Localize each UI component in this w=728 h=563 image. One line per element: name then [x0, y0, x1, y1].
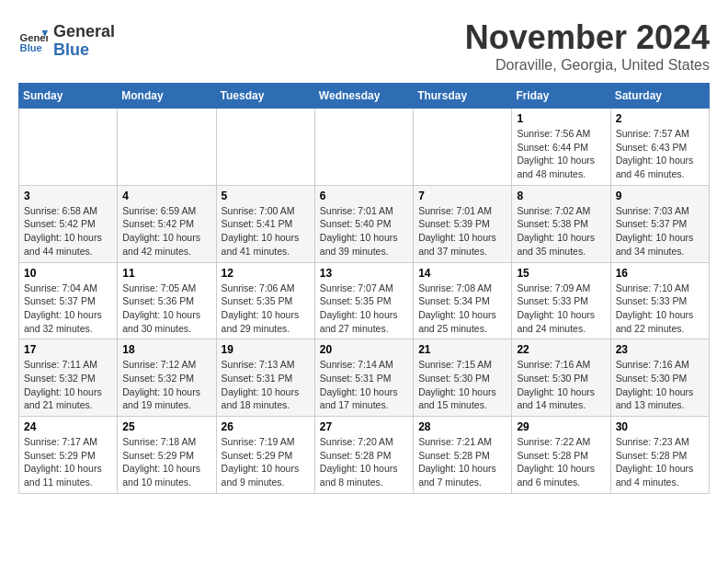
calendar-cell: 7Sunrise: 7:01 AM Sunset: 5:39 PM Daylig…	[414, 185, 512, 262]
calendar-cell: 12Sunrise: 7:06 AM Sunset: 5:35 PM Dayli…	[216, 262, 314, 339]
calendar-cell: 21Sunrise: 7:15 AM Sunset: 5:30 PM Dayli…	[414, 339, 512, 417]
day-number: 5	[222, 190, 310, 202]
weekday-header-friday: Friday	[512, 84, 610, 109]
calendar-cell: 3Sunrise: 6:58 AM Sunset: 5:42 PM Daylig…	[19, 185, 118, 262]
day-info: Sunrise: 7:12 AM Sunset: 5:32 PM Dayligh…	[122, 358, 210, 412]
day-number: 11	[122, 267, 210, 280]
day-number: 20	[320, 343, 408, 356]
day-info: Sunrise: 7:08 AM Sunset: 5:34 PM Dayligh…	[418, 282, 506, 336]
calendar-week-4: 17Sunrise: 7:11 AM Sunset: 5:32 PM Dayli…	[19, 339, 710, 417]
logo-text: General Blue	[53, 23, 115, 60]
day-info: Sunrise: 7:06 AM Sunset: 5:35 PM Dayligh…	[222, 282, 310, 336]
day-number: 8	[517, 190, 605, 202]
day-number: 30	[616, 420, 704, 433]
day-info: Sunrise: 7:01 AM Sunset: 5:39 PM Dayligh…	[418, 204, 506, 259]
day-number: 24	[24, 420, 112, 433]
day-number: 29	[517, 420, 605, 433]
calendar-cell: 19Sunrise: 7:13 AM Sunset: 5:31 PM Dayli…	[216, 339, 314, 417]
day-info: Sunrise: 7:00 AM Sunset: 5:41 PM Dayligh…	[222, 204, 310, 259]
calendar-cell: 5Sunrise: 7:00 AM Sunset: 5:41 PM Daylig…	[216, 185, 314, 262]
day-info: Sunrise: 7:13 AM Sunset: 5:31 PM Dayligh…	[222, 358, 310, 412]
day-number: 3	[24, 190, 112, 202]
day-number: 10	[24, 267, 112, 280]
calendar-cell: 1Sunrise: 7:56 AM Sunset: 6:44 PM Daylig…	[512, 109, 610, 186]
day-number: 26	[222, 420, 310, 433]
weekday-header-monday: Monday	[118, 84, 216, 109]
calendar-cell: 23Sunrise: 7:16 AM Sunset: 5:30 PM Dayli…	[610, 339, 709, 417]
day-number: 16	[616, 267, 704, 280]
day-number: 9	[616, 190, 704, 202]
calendar-week-2: 3Sunrise: 6:58 AM Sunset: 5:42 PM Daylig…	[19, 185, 710, 262]
title-block: November 2024 Doraville, Georgia, United…	[465, 18, 710, 74]
logo-icon: General Blue	[18, 27, 48, 56]
weekday-header-saturday: Saturday	[610, 84, 709, 109]
calendar-cell: 27Sunrise: 7:20 AM Sunset: 5:28 PM Dayli…	[314, 417, 413, 494]
calendar-cell: 16Sunrise: 7:10 AM Sunset: 5:33 PM Dayli…	[610, 262, 709, 339]
calendar-cell	[314, 109, 413, 186]
day-info: Sunrise: 7:02 AM Sunset: 5:38 PM Dayligh…	[517, 204, 605, 259]
calendar-cell: 9Sunrise: 7:03 AM Sunset: 5:37 PM Daylig…	[610, 185, 709, 262]
calendar-cell: 29Sunrise: 7:22 AM Sunset: 5:28 PM Dayli…	[512, 417, 610, 494]
day-number: 1	[517, 112, 605, 125]
calendar-cell: 20Sunrise: 7:14 AM Sunset: 5:31 PM Dayli…	[314, 339, 413, 417]
day-info: Sunrise: 7:04 AM Sunset: 5:37 PM Dayligh…	[24, 282, 112, 336]
weekday-header-row: SundayMondayTuesdayWednesdayThursdayFrid…	[19, 84, 710, 109]
day-info: Sunrise: 7:11 AM Sunset: 5:32 PM Dayligh…	[24, 358, 112, 412]
calendar-cell: 18Sunrise: 7:12 AM Sunset: 5:32 PM Dayli…	[118, 339, 216, 417]
day-info: Sunrise: 7:16 AM Sunset: 5:30 PM Dayligh…	[517, 358, 605, 412]
day-info: Sunrise: 7:22 AM Sunset: 5:28 PM Dayligh…	[517, 435, 605, 489]
calendar-cell: 8Sunrise: 7:02 AM Sunset: 5:38 PM Daylig…	[512, 185, 610, 262]
day-number: 2	[616, 112, 704, 125]
day-number: 21	[418, 343, 506, 356]
day-number: 13	[320, 267, 408, 280]
day-info: Sunrise: 7:15 AM Sunset: 5:30 PM Dayligh…	[418, 358, 506, 412]
calendar-cell: 30Sunrise: 7:23 AM Sunset: 5:28 PM Dayli…	[610, 417, 709, 494]
day-number: 4	[122, 190, 210, 202]
day-info: Sunrise: 7:18 AM Sunset: 5:29 PM Dayligh…	[122, 435, 210, 489]
calendar-cell: 24Sunrise: 7:17 AM Sunset: 5:29 PM Dayli…	[19, 417, 118, 494]
weekday-header-sunday: Sunday	[19, 84, 118, 109]
day-info: Sunrise: 7:01 AM Sunset: 5:40 PM Dayligh…	[320, 204, 408, 259]
calendar-table: SundayMondayTuesdayWednesdayThursdayFrid…	[18, 83, 710, 494]
day-info: Sunrise: 7:17 AM Sunset: 5:29 PM Dayligh…	[24, 435, 112, 489]
calendar-cell: 13Sunrise: 7:07 AM Sunset: 5:35 PM Dayli…	[314, 262, 413, 339]
day-number: 25	[122, 420, 210, 433]
calendar-cell: 17Sunrise: 7:11 AM Sunset: 5:32 PM Dayli…	[19, 339, 118, 417]
calendar-week-5: 24Sunrise: 7:17 AM Sunset: 5:29 PM Dayli…	[19, 417, 710, 494]
day-info: Sunrise: 7:20 AM Sunset: 5:28 PM Dayligh…	[320, 435, 408, 489]
day-number: 6	[320, 190, 408, 202]
day-info: Sunrise: 7:14 AM Sunset: 5:31 PM Dayligh…	[320, 358, 408, 412]
calendar-cell: 14Sunrise: 7:08 AM Sunset: 5:34 PM Dayli…	[414, 262, 512, 339]
day-info: Sunrise: 6:59 AM Sunset: 5:42 PM Dayligh…	[122, 204, 210, 259]
calendar-body: 1Sunrise: 7:56 AM Sunset: 6:44 PM Daylig…	[19, 109, 710, 494]
logo-general: General	[53, 23, 115, 41]
calendar-cell: 15Sunrise: 7:09 AM Sunset: 5:33 PM Dayli…	[512, 262, 610, 339]
weekday-header-tuesday: Tuesday	[216, 84, 314, 109]
day-info: Sunrise: 7:23 AM Sunset: 5:28 PM Dayligh…	[616, 435, 704, 489]
calendar-cell: 6Sunrise: 7:01 AM Sunset: 5:40 PM Daylig…	[314, 185, 413, 262]
day-number: 22	[517, 343, 605, 356]
day-info: Sunrise: 7:03 AM Sunset: 5:37 PM Dayligh…	[616, 204, 704, 259]
day-number: 17	[24, 343, 112, 356]
calendar-week-3: 10Sunrise: 7:04 AM Sunset: 5:37 PM Dayli…	[19, 262, 710, 339]
calendar-header: SundayMondayTuesdayWednesdayThursdayFrid…	[19, 84, 710, 109]
day-number: 28	[418, 420, 506, 433]
day-number: 18	[122, 343, 210, 356]
calendar-cell: 28Sunrise: 7:21 AM Sunset: 5:28 PM Dayli…	[414, 417, 512, 494]
calendar-cell	[19, 109, 118, 186]
calendar-cell: 22Sunrise: 7:16 AM Sunset: 5:30 PM Dayli…	[512, 339, 610, 417]
location: Doraville, Georgia, United States	[465, 57, 710, 74]
day-info: Sunrise: 7:21 AM Sunset: 5:28 PM Dayligh…	[418, 435, 506, 489]
svg-text:Blue: Blue	[20, 42, 42, 53]
day-number: 15	[517, 267, 605, 280]
logo-blue: Blue	[53, 41, 115, 60]
day-info: Sunrise: 7:05 AM Sunset: 5:36 PM Dayligh…	[122, 282, 210, 336]
day-number: 27	[320, 420, 408, 433]
day-info: Sunrise: 6:58 AM Sunset: 5:42 PM Dayligh…	[24, 204, 112, 259]
calendar-cell	[216, 109, 314, 186]
day-number: 14	[418, 267, 506, 280]
calendar-week-1: 1Sunrise: 7:56 AM Sunset: 6:44 PM Daylig…	[19, 109, 710, 186]
day-number: 7	[418, 190, 506, 202]
day-info: Sunrise: 7:09 AM Sunset: 5:33 PM Dayligh…	[517, 282, 605, 336]
weekday-header-thursday: Thursday	[414, 84, 512, 109]
